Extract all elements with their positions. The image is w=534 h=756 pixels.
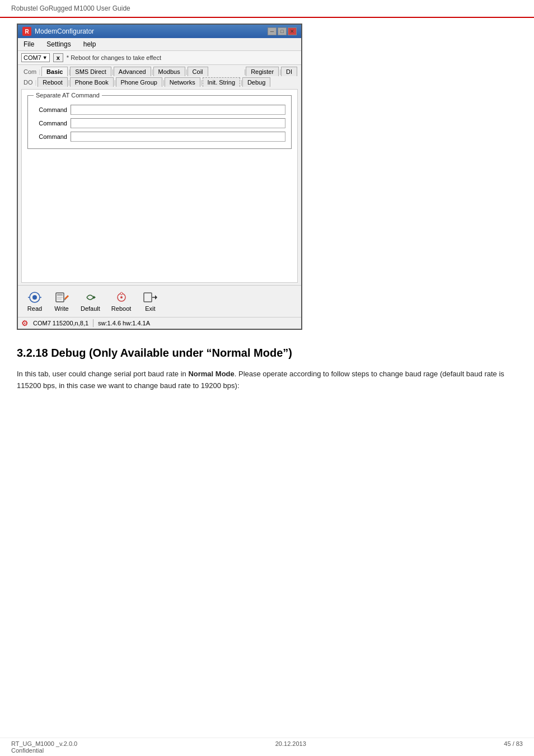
bold-phrase: Normal Mode: [188, 370, 234, 378]
svg-marker-17: [155, 295, 157, 300]
maximize-button[interactable]: □: [278, 27, 287, 35]
status-version: sw:1.4.6 hw:1.4.1A: [98, 320, 150, 326]
command-label-1: Command: [34, 106, 67, 113]
svg-rect-5: [57, 294, 63, 296]
write-label: Write: [54, 305, 68, 312]
tab-row2-label: DO: [21, 79, 35, 86]
svg-point-1: [32, 295, 37, 300]
content-area: R ModemConfigurator ─ □ ✕ File Settings …: [0, 18, 534, 414]
menu-help[interactable]: help: [80, 39, 100, 49]
close-button[interactable]: ✕: [288, 27, 297, 35]
com-value: COM7: [24, 54, 41, 61]
tabs-row-1: Com | Basic | SMS Direct | Advanced | Mo…: [18, 65, 301, 76]
reboot-notice: * Reboot for changes to take effect: [67, 54, 161, 61]
tab-di[interactable]: DI: [281, 67, 297, 76]
menu-file[interactable]: File: [20, 39, 38, 49]
command-label-2: Command: [34, 120, 67, 127]
title-bar-controls: ─ □ ✕: [268, 27, 297, 35]
svg-marker-10: [93, 296, 96, 299]
status-com-info: COM7 115200,n,8,1: [33, 320, 88, 326]
reboot-button[interactable]: ○ Reboot: [108, 289, 134, 314]
tabs-row-2: DO | Reboot | Phone Book | Phone Group |…: [18, 76, 301, 87]
default-icon: [82, 291, 98, 304]
command-label-3: Command: [34, 133, 67, 140]
menu-bar: File Settings help: [18, 38, 301, 51]
tab-phone-group[interactable]: Phone Group: [116, 77, 162, 87]
command-row-1: Command: [34, 105, 285, 115]
bottom-toolbar: Read Write: [18, 285, 301, 317]
toolbar: COM7 ▼ x * Reboot for changes to take ef…: [18, 51, 301, 65]
svg-text:○: ○: [120, 293, 122, 296]
tab-networks[interactable]: Networks: [165, 77, 200, 87]
svg-marker-8: [64, 295, 69, 300]
body-paragraph: In this tab, user could change serial po…: [17, 368, 517, 392]
svg-point-12: [120, 296, 123, 298]
app-icon: R: [22, 27, 31, 36]
tab-advanced[interactable]: Advanced: [114, 67, 151, 76]
section-heading: 3.2.18 Debug (Only Available under “Norm…: [17, 347, 517, 360]
default-button[interactable]: Default: [77, 289, 104, 314]
default-label: Default: [81, 305, 100, 312]
reboot-icon: ○: [114, 291, 129, 304]
page-header: Robustel GoRugged M1000 User Guide: [0, 0, 534, 18]
status-separator: [93, 319, 93, 327]
reboot-label: Reboot: [111, 305, 131, 312]
command-input-1[interactable]: [71, 105, 285, 115]
menu-settings[interactable]: Settings: [43, 39, 74, 49]
com-dropdown-arrow[interactable]: ▼: [43, 55, 48, 60]
command-input-3[interactable]: [71, 132, 285, 142]
page-header-text: Robustel GoRugged M1000 User Guide: [11, 4, 130, 12]
status-bar: ⚙ COM7 115200,n,8,1 sw:1.4.6 hw:1.4.1A: [18, 317, 301, 329]
tab-sms-direct[interactable]: SMS Direct: [70, 67, 111, 76]
exit-icon: [142, 291, 158, 304]
tab-modbus[interactable]: Modbus: [153, 67, 185, 76]
title-bar-left: R ModemConfigurator: [22, 27, 94, 36]
window-title: ModemConfigurator: [35, 27, 94, 35]
tab-reboot[interactable]: Reboot: [38, 77, 67, 87]
read-button[interactable]: Read: [24, 289, 46, 314]
write-button[interactable]: Write: [50, 289, 73, 314]
separate-at-command-group: Separate AT Command Command Command Comm…: [27, 95, 292, 149]
tab-debug[interactable]: Debug: [242, 77, 270, 87]
command-input-2[interactable]: [71, 118, 285, 128]
tab-init-string[interactable]: Init. String: [203, 77, 241, 87]
minimize-button[interactable]: ─: [268, 27, 277, 35]
modem-configurator-window: R ModemConfigurator ─ □ ✕ File Settings …: [17, 24, 302, 330]
exit-label: Exit: [145, 305, 155, 312]
command-row-3: Command: [34, 132, 285, 142]
read-label: Read: [27, 305, 42, 312]
tab-register[interactable]: Register: [246, 67, 279, 76]
write-icon: [54, 291, 69, 304]
command-row-2: Command: [34, 118, 285, 128]
group-label: Separate AT Command: [34, 92, 102, 99]
status-icon: ⚙: [21, 319, 29, 328]
svg-rect-15: [144, 293, 152, 302]
tab-coil[interactable]: Coil: [188, 67, 208, 76]
tab-phone-book[interactable]: Phone Book: [70, 77, 114, 87]
x-button[interactable]: x: [53, 53, 63, 62]
empty-area: [27, 153, 292, 277]
tab-basic[interactable]: Basic: [41, 67, 68, 76]
com-select[interactable]: COM7 ▼: [21, 53, 50, 62]
panel-content: Separate AT Command Command Command Comm…: [21, 89, 298, 283]
read-icon: [27, 291, 43, 304]
exit-button[interactable]: Exit: [139, 289, 161, 314]
tab-row1-label: Com: [21, 68, 39, 75]
title-bar: R ModemConfigurator ─ □ ✕: [18, 25, 301, 38]
